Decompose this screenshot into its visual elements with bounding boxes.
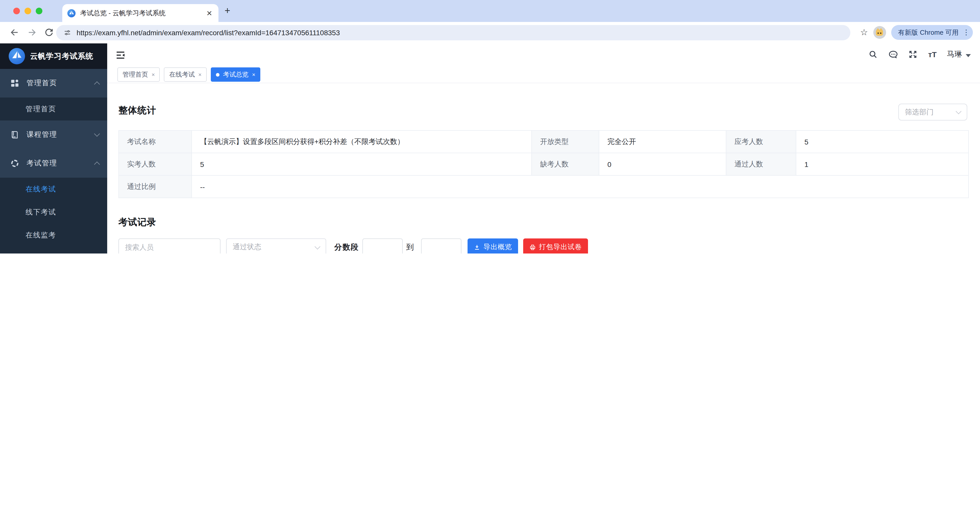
score-max-input[interactable] (421, 238, 461, 254)
sidebar-subitem-label: 管理首页 (25, 104, 56, 113)
browser-tab-title: 考试总览 - 云帆学习考试系统 (80, 8, 205, 18)
dashboard-icon (10, 79, 19, 88)
sidebar-item-exam-mgmt[interactable]: 考试管理 (0, 149, 107, 178)
search-icon[interactable] (869, 49, 878, 59)
sidebar-item-marking-mgmt[interactable]: 阅卷管理 (0, 247, 107, 254)
cat-avatar-icon (876, 29, 883, 35)
window-minimize-button[interactable] (24, 8, 31, 14)
stat-label: 通过人数 (726, 153, 796, 175)
tag-online-exam[interactable]: 在线考试 × (164, 67, 207, 82)
main-content: 整体统计 筛选部门 考试名称 【云帆演示】设置多段区间积分获得+积分补差（不限考… (107, 83, 980, 254)
reload-button[interactable] (44, 27, 54, 37)
chrome-update-label: 有新版 Chrome 可用 (898, 28, 959, 37)
tag-close-icon[interactable]: × (151, 72, 155, 78)
new-tab-button[interactable]: + (224, 6, 230, 15)
score-min-input[interactable] (363, 238, 403, 254)
export-overview-button[interactable]: 导出概览 (468, 238, 518, 254)
sidebar-item-admin-home[interactable]: 管理首页 (0, 69, 107, 97)
printer-icon (529, 244, 536, 250)
exam-icon (10, 159, 19, 168)
department-filter-select[interactable]: 筛选部门 (898, 104, 967, 121)
tag-label: 管理首页 (123, 70, 148, 79)
package-export-label: 打包导出试卷 (539, 242, 582, 252)
header-actions: ᴛT 马琳 (869, 49, 971, 59)
browser-profile-avatar[interactable] (873, 26, 886, 39)
sidebar-submenu-exam: 在线考试 线下考试 在线监考 阅卷管理 试卷管理 考试订单 考试统计 (0, 178, 107, 254)
stat-label: 实考人数 (119, 153, 191, 175)
sidebar-item-label: 管理首页 (27, 79, 95, 88)
stat-label: 缺考人数 (532, 153, 599, 175)
message-icon[interactable] (888, 49, 898, 59)
export-overview-label: 导出概览 (484, 242, 512, 252)
sidebar-item-label: 课程管理 (27, 130, 95, 139)
score-range-label: 分数段 (334, 242, 359, 252)
sidebar-item-label: 考试管理 (27, 159, 95, 168)
back-button[interactable] (9, 27, 20, 38)
user-menu[interactable]: 马琳 (947, 49, 971, 59)
department-filter-placeholder: 筛选部门 (905, 107, 934, 117)
sidebar-item-online-proctor[interactable]: 在线监考 (0, 224, 107, 247)
records-filters: 通过状态 分数段 到 导出概览 打包导出试卷 (118, 238, 969, 254)
score-to-label: 到 (406, 242, 414, 252)
sidebar-item-online-exam[interactable]: 在线考试 (0, 178, 107, 201)
chevron-down-icon (315, 244, 321, 249)
tag-exam-overview[interactable]: 考试总览 × (211, 67, 261, 82)
stat-label: 应考人数 (726, 131, 796, 153)
stat-value: 1 (796, 153, 968, 175)
chevron-down-icon (956, 108, 962, 114)
package-export-button[interactable]: 打包导出试卷 (523, 238, 588, 254)
tag-label: 考试总览 (223, 70, 248, 79)
app-logo: 云帆学习考试系统 (0, 43, 107, 69)
sidebar-collapse-icon[interactable] (115, 50, 126, 60)
search-person-input[interactable] (118, 238, 221, 254)
caret-down-icon (966, 54, 971, 57)
tag-close-icon[interactable]: × (252, 72, 256, 78)
overview-title: 整体统计 (118, 104, 969, 116)
stat-value: 5 (796, 131, 968, 153)
sidebar-subitem-label: 在线监考 (25, 231, 56, 240)
font-size-icon[interactable]: ᴛT (928, 50, 937, 59)
sidebar-item-admin-home-sub[interactable]: 管理首页 (0, 97, 107, 121)
browser-tab[interactable]: 考试总览 - 云帆学习考试系统 ✕ (62, 4, 218, 22)
pass-status-placeholder: 通过状态 (233, 242, 261, 252)
sidebar-item-course-mgmt[interactable]: 课程管理 (0, 121, 107, 149)
fullscreen-icon[interactable] (908, 49, 918, 59)
stat-value: -- (192, 175, 968, 198)
stat-value: 完全公开 (599, 131, 726, 153)
chrome-update-button[interactable]: 有新版 Chrome 可用 ⋮ (891, 25, 973, 40)
stat-value: 5 (192, 153, 531, 175)
forward-button[interactable] (27, 27, 37, 38)
tab-close-icon[interactable]: ✕ (205, 9, 213, 17)
window-controls (13, 8, 42, 14)
browser-toolbar: https://exam.yfhl.net/admin/exam/exam/re… (0, 22, 980, 44)
stat-label: 通过比例 (119, 175, 191, 198)
sidebar-subitem-label: 线下考试 (25, 207, 56, 217)
tag-close-icon[interactable]: × (198, 72, 202, 78)
chevron-up-icon (94, 162, 100, 167)
url-bar[interactable]: https://exam.yfhl.net/admin/exam/exam/re… (56, 25, 850, 40)
site-favicon-icon (67, 9, 76, 17)
browser-menu-icon[interactable]: ⋮ (963, 30, 970, 35)
sidebar: 云帆学习考试系统 管理首页 管理首页 课程管理 考试管理 (0, 43, 107, 254)
overview-stats-table: 考试名称 【云帆演示】设置多段区间积分获得+积分补差（不限考试次数） 开放类型 … (118, 130, 969, 198)
sidebar-submenu-admin: 管理首页 (0, 97, 107, 121)
site-info-icon[interactable] (63, 29, 72, 37)
window-zoom-button[interactable] (36, 8, 42, 14)
sidebar-subitem-label: 在线考试 (25, 185, 56, 194)
app-header: ᴛT 马琳 (107, 43, 980, 66)
sidebar-item-offline-exam[interactable]: 线下考试 (0, 201, 107, 224)
tag-admin-home[interactable]: 管理首页 × (118, 67, 160, 82)
bookmark-star-icon[interactable]: ☆ (860, 27, 868, 38)
window-close-button[interactable] (13, 8, 20, 14)
route-tags-bar: 管理首页 × 在线考试 × 考试总览 × (107, 66, 980, 83)
stat-label: 开放类型 (532, 131, 599, 153)
records-title: 考试记录 (118, 216, 969, 228)
stat-value: 【云帆演示】设置多段区间积分获得+积分补差（不限考试次数） (192, 131, 531, 153)
user-name: 马琳 (947, 49, 962, 59)
url-text: https://exam.yfhl.net/admin/exam/exam/re… (76, 29, 340, 37)
pass-status-select[interactable]: 通过状态 (226, 238, 326, 254)
chevron-up-icon (94, 81, 100, 87)
download-icon (474, 244, 480, 250)
tag-label: 在线考试 (169, 70, 195, 79)
stat-value: 0 (599, 153, 726, 175)
